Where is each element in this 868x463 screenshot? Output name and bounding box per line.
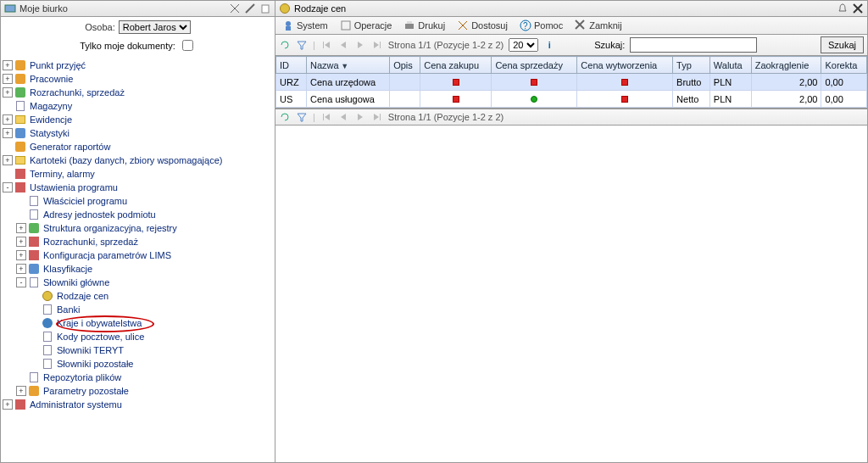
zamknij-button[interactable]: Zamknij: [571, 19, 626, 32]
tree-item[interactable]: Kraje i obywatelstwa: [30, 316, 275, 330]
search-input[interactable]: [630, 37, 757, 53]
column-header[interactable]: Cena sprzedaży: [492, 57, 577, 74]
tree-item[interactable]: Adresy jednostek podmiotu: [16, 208, 275, 221]
person-select[interactable]: Robert Jaros: [119, 20, 191, 34]
node-icon: [42, 290, 53, 302]
prev-page-icon[interactable]: [337, 39, 349, 51]
collapse-icon[interactable]: -: [3, 182, 13, 192]
tree-item[interactable]: Kody pocztowe, ulice: [30, 330, 275, 343]
node-icon: [14, 73, 26, 85]
filter-icon[interactable]: [296, 111, 308, 123]
tree-item[interactable]: Właściciel programu: [16, 194, 275, 208]
collapse-icon[interactable]: -: [16, 277, 26, 287]
filter-icon[interactable]: [296, 39, 308, 51]
system-button[interactable]: System: [279, 19, 331, 32]
grid: IDNazwa ▼OpisCena zakupuCena sprzedażyCe…: [275, 56, 867, 109]
no-expander: [16, 372, 26, 382]
tree-item[interactable]: Rodzaje cen: [30, 289, 275, 303]
tree-item[interactable]: +Konfiguracja parametrów LIMS: [16, 248, 275, 262]
tree-item[interactable]: -Słowniki główne: [16, 276, 275, 289]
only-my-docs-checkbox[interactable]: [182, 40, 193, 51]
cell-zaokr: 2,00: [751, 74, 821, 91]
tree-item[interactable]: +Rozrachunki, sprzedaż: [16, 235, 275, 248]
refresh-icon[interactable]: [279, 111, 291, 123]
column-header[interactable]: Waluta: [709, 57, 751, 74]
prev-page-icon[interactable]: [337, 111, 349, 123]
expand-icon[interactable]: +: [16, 250, 26, 260]
expand-icon[interactable]: +: [16, 237, 26, 247]
tree-item[interactable]: Słowniki TERYT: [30, 343, 275, 357]
page-size-select[interactable]: 20: [509, 38, 538, 52]
bell-icon[interactable]: [837, 3, 849, 14]
next-page-icon[interactable]: [354, 39, 366, 51]
no-expander: [3, 169, 13, 179]
tree-item-label: Słowniki pozostałe: [57, 359, 134, 369]
pomoc-button[interactable]: ?Pomoc: [516, 19, 566, 32]
tree-item[interactable]: Generator raportów: [3, 140, 275, 153]
info-icon[interactable]: i: [543, 39, 555, 51]
only-my-docs-row: Tylko moje dokumenty:: [1, 36, 275, 57]
table-row[interactable]: USCena usługowaNettoPLN2,000,00: [276, 91, 867, 108]
column-header[interactable]: Nazwa ▼: [307, 57, 390, 74]
operacje-button[interactable]: Operacje: [337, 19, 396, 32]
tree-item[interactable]: Repozytoria plików: [16, 371, 275, 384]
tool-wrench-icon[interactable]: [244, 3, 256, 14]
node-icon: [28, 263, 40, 275]
cell-wytw: [577, 74, 673, 91]
person-row: Osoba: Robert Jaros: [1, 17, 275, 36]
last-page-icon[interactable]: [371, 111, 383, 123]
tree-item[interactable]: +Punkt przyjęć: [3, 59, 275, 72]
tree-item[interactable]: +Administrator systemu: [3, 398, 275, 411]
expand-icon[interactable]: +: [3, 114, 13, 125]
tree-item[interactable]: +Pracownie: [3, 72, 275, 86]
expand-icon[interactable]: +: [3, 155, 13, 165]
tree-item[interactable]: +Kartoteki (bazy danych, zbiory wspomaga…: [3, 153, 275, 167]
column-header[interactable]: Cena wytworzenia: [577, 57, 673, 74]
node-icon: [14, 127, 26, 139]
tree-item[interactable]: +Rozrachunki, sprzedaż: [3, 86, 275, 99]
expand-icon[interactable]: +: [3, 74, 13, 84]
expand-icon[interactable]: +: [16, 264, 26, 274]
column-header[interactable]: Korekta: [821, 57, 867, 74]
next-page-icon[interactable]: [354, 111, 366, 123]
expand-icon[interactable]: +: [16, 386, 26, 396]
tree-item[interactable]: Terminy, alarmy: [3, 167, 275, 181]
tree-item[interactable]: -Ustawienia programu: [3, 181, 275, 194]
expand-icon[interactable]: +: [3, 128, 13, 138]
expand-icon[interactable]: +: [3, 60, 13, 70]
tool-copy-icon[interactable]: [259, 3, 271, 14]
search-button[interactable]: Szukaj: [821, 36, 864, 53]
expand-icon[interactable]: +: [3, 87, 13, 98]
tree-item[interactable]: Banki: [30, 303, 275, 316]
last-page-icon[interactable]: [371, 39, 383, 51]
column-header[interactable]: Zaokrąglenie: [751, 57, 821, 74]
tree-item[interactable]: +Ewidencje: [3, 113, 275, 126]
expand-icon[interactable]: +: [3, 399, 13, 410]
table-row[interactable]: URZCena urzędowaBruttoPLN2,000,00: [276, 74, 867, 91]
column-header[interactable]: Cena zakupu: [420, 57, 492, 74]
tree-item[interactable]: Słowniki pozostałe: [30, 357, 275, 371]
close-icon[interactable]: [852, 3, 864, 14]
node-icon: [28, 371, 40, 383]
tree-item[interactable]: +Statystyki: [3, 126, 275, 140]
tree-item[interactable]: Magazyny: [3, 99, 275, 113]
column-header[interactable]: ID: [276, 57, 307, 74]
first-page-icon[interactable]: [320, 111, 332, 123]
tree-item[interactable]: +Struktura organizacyjna, rejestry: [16, 221, 275, 235]
tree-item[interactable]: +Klasyfikacje: [16, 262, 275, 276]
tree-item[interactable]: +Parametry pozostałe: [16, 384, 275, 398]
first-page-icon[interactable]: [320, 39, 332, 51]
column-header[interactable]: Typ: [673, 57, 710, 74]
node-icon: [14, 399, 26, 410]
drukuj-button[interactable]: Drukuj: [400, 19, 448, 32]
nav-tree[interactable]: +Punkt przyjęć+Pracownie+Rozrachunki, sp…: [1, 57, 275, 462]
column-header[interactable]: Opis: [390, 57, 420, 74]
dostosuj-button[interactable]: Dostosuj: [453, 19, 511, 32]
no-expander: [16, 196, 26, 206]
svg-rect-3: [262, 5, 269, 13]
refresh-icon[interactable]: [279, 39, 291, 51]
tree-item-label: Administrator systemu: [30, 399, 122, 410]
svg-point-6: [286, 21, 291, 26]
expand-icon[interactable]: +: [16, 223, 26, 233]
tool-scissors-icon[interactable]: [229, 3, 241, 14]
